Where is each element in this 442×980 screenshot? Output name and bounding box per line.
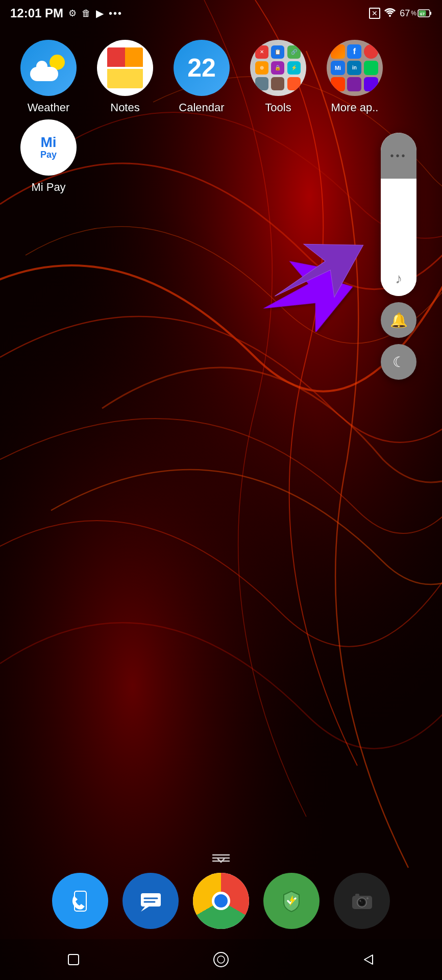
dock <box>0 863 442 939</box>
calendar-label: Calendar <box>179 101 224 114</box>
notes-bottom <box>107 69 143 88</box>
bell-icon: 🔔 <box>390 312 408 329</box>
notes-graphic <box>107 47 143 88</box>
status-time: 12:01 PM <box>10 6 63 20</box>
more-mini-2: f <box>347 44 361 59</box>
svg-rect-19 <box>355 894 359 896</box>
app-calendar[interactable]: 22 Calendar <box>168 40 235 114</box>
svg-point-23 <box>217 956 225 963</box>
dock-camera[interactable] <box>334 873 390 929</box>
more-mini-3 <box>364 44 378 59</box>
status-bar: 12:01 PM ⚙ 🗑 ▶ ••• ✕ 67 % 67 <box>0 0 442 24</box>
tools-label: Tools <box>265 101 291 114</box>
tool-mini-4: ⊕ <box>255 61 268 75</box>
settings-icon: ⚙ <box>68 8 77 19</box>
tool-mini-3: 🔗 <box>287 45 301 59</box>
weather-icon <box>20 40 77 96</box>
notes-top <box>107 47 143 67</box>
tools-icon: ✕ 📋 🔗 ⊕ 🔒 ⚡ <box>250 40 306 96</box>
close-icon: ✕ <box>369 8 380 19</box>
more-mini-9 <box>364 77 378 91</box>
youtube-icon: ▶ <box>96 7 104 19</box>
app-mipay[interactable]: Mi Pay Mi Pay <box>15 119 82 194</box>
more-mini-8 <box>347 77 361 91</box>
music-note-icon: ♪ <box>395 271 402 287</box>
svg-rect-10 <box>141 893 161 906</box>
more-mini-4: Mi <box>331 61 345 75</box>
cloud-graphic <box>30 67 58 81</box>
calendar-date: 22 <box>187 53 216 83</box>
nav-home-button[interactable] <box>206 944 236 975</box>
tool-mini-2: 📋 <box>271 45 284 59</box>
trash-icon: 🗑 <box>82 8 91 19</box>
more-icon: ••• <box>109 8 122 19</box>
app-more[interactable]: f Mi in More ap.. <box>322 40 388 114</box>
volume-pill[interactable]: ••• ♪ <box>381 133 416 296</box>
volume-bell-button[interactable]: 🔔 <box>381 302 416 338</box>
nav-bar <box>0 939 442 980</box>
tool-mini-7 <box>255 77 268 90</box>
svg-rect-5 <box>430 12 432 15</box>
mipay-icon: Mi Pay <box>20 119 77 176</box>
app-tools[interactable]: ✕ 📋 🔗 ⊕ 🔒 ⚡ Tools <box>245 40 311 114</box>
tool-mini-8 <box>271 77 284 90</box>
more-apps-icon: f Mi in <box>327 40 383 96</box>
volume-dots: ••• <box>381 133 416 179</box>
dock-phone[interactable] <box>52 873 108 929</box>
nav-back-button[interactable] <box>353 944 384 975</box>
more-apps-label: More ap.. <box>331 101 379 114</box>
more-mini-7 <box>331 77 345 91</box>
weather-label: Weather <box>28 101 70 114</box>
battery-icon: 67 % 67 <box>400 8 432 19</box>
svg-rect-21 <box>68 954 79 965</box>
dock-messages[interactable] <box>122 873 179 929</box>
notes-label: Notes <box>110 101 139 114</box>
wifi-icon <box>384 8 396 19</box>
volume-moon-button[interactable]: ☾ <box>381 344 416 380</box>
calendar-icon: 22 <box>174 40 230 96</box>
chrome-icon-outer <box>193 873 249 929</box>
chrome-icon-inner <box>212 892 230 910</box>
tool-mini-1: ✕ <box>255 45 268 59</box>
svg-marker-24 <box>364 955 373 964</box>
volume-white: ♪ <box>381 179 416 296</box>
status-left: 12:01 PM ⚙ 🗑 ▶ ••• <box>10 6 122 20</box>
more-mini-6 <box>364 61 378 75</box>
dock-security[interactable] <box>263 873 320 929</box>
svg-point-20 <box>366 897 369 899</box>
weather-graphic <box>28 53 69 83</box>
svg-point-22 <box>214 952 228 967</box>
more-mini-5: in <box>347 61 361 75</box>
dock-chrome[interactable] <box>193 873 249 929</box>
nav-recent-button[interactable] <box>58 944 89 975</box>
app-weather[interactable]: Weather <box>15 40 82 114</box>
mipay-logo-text: Mi <box>40 135 56 150</box>
svg-point-18 <box>359 900 361 901</box>
app-grid: Weather Notes 22 Calendar ✕ 📋 🔗 ⊕ 🔒 ⚡ <box>0 24 442 114</box>
svg-marker-11 <box>141 906 149 912</box>
mipay-pay-text: Pay <box>40 150 57 160</box>
mipay-graphic: Mi Pay <box>40 135 57 160</box>
svg-text:67: 67 <box>420 12 425 16</box>
app-notes[interactable]: Notes <box>92 40 158 114</box>
tool-mini-5: 🔒 <box>271 61 284 75</box>
status-right: ✕ 67 % 67 <box>369 8 432 19</box>
more-mini-1 <box>331 44 345 59</box>
volume-panel: ••• ♪ 🔔 ☾ <box>381 133 416 380</box>
tool-mini-6: ⚡ <box>287 61 301 75</box>
tool-mini-9 <box>287 77 301 90</box>
moon-icon: ☾ <box>392 354 405 371</box>
mipay-label: Mi Pay <box>31 181 65 194</box>
svg-point-3 <box>389 15 391 17</box>
notes-icon <box>97 40 153 96</box>
